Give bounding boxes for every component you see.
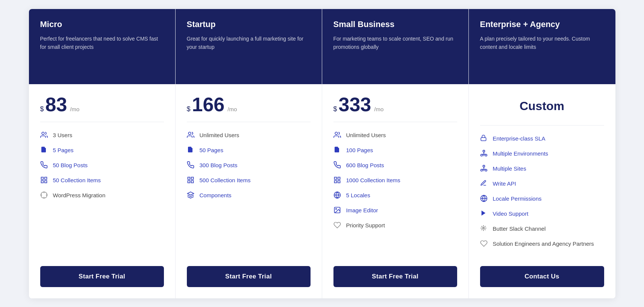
- users-icon: [333, 131, 342, 139]
- list-item: Priority Support: [333, 221, 457, 230]
- card-footer-small-business: Start Free Trial: [322, 259, 468, 298]
- lock-icon: [480, 135, 488, 143]
- cta-button-startup[interactable]: Start Free Trial: [187, 266, 311, 287]
- feature-label: Solution Engineers and Agency Partners: [493, 240, 594, 247]
- svg-rect-14: [338, 177, 340, 179]
- svg-rect-9: [188, 180, 190, 183]
- svg-point-0: [42, 132, 44, 135]
- feature-label: 50 Collection Items: [53, 177, 101, 183]
- svg-rect-1: [41, 177, 43, 179]
- plan-description-startup: Great for quickly launching a full marke…: [187, 35, 311, 51]
- svg-rect-10: [191, 180, 193, 183]
- list-item: Write API: [480, 180, 604, 188]
- card-body-startup: $166/moUnlimited Users50 Pages300 Blog P…: [176, 84, 322, 259]
- list-item: 5 Pages: [40, 146, 164, 154]
- feature-label: 50 Pages: [200, 147, 223, 153]
- engineers-icon: [480, 240, 488, 248]
- list-item: 100 Pages: [333, 146, 457, 154]
- blog-icon: [187, 161, 195, 169]
- feature-label: 500 Collection Items: [200, 177, 251, 183]
- plan-name-enterprise: Enterprise + Agency: [480, 20, 604, 29]
- feature-label: 100 Pages: [346, 147, 373, 153]
- cta-button-micro[interactable]: Start Free Trial: [40, 266, 164, 287]
- card-body-small-business: $333/moUnlimited Users100 Pages600 Blog …: [322, 84, 468, 259]
- svg-rect-8: [191, 177, 193, 179]
- feature-label: 5 Pages: [53, 147, 74, 153]
- video-icon: [480, 210, 488, 218]
- svg-point-20: [335, 208, 336, 209]
- price-custom: Custom: [480, 95, 604, 118]
- list-item: 300 Blog Posts: [187, 161, 311, 169]
- svg-point-25: [480, 154, 482, 156]
- feature-label: Video Support: [493, 210, 529, 217]
- price-row-micro: $83/mo: [40, 95, 164, 114]
- environments-icon: [480, 150, 488, 158]
- svg-rect-4: [44, 180, 47, 183]
- price-amount: 333: [339, 95, 371, 114]
- svg-marker-34: [481, 210, 485, 216]
- svg-marker-11: [187, 192, 194, 195]
- features-list-enterprise: Enterprise-class SLAMultiple Environment…: [480, 135, 604, 248]
- collection-icon: [187, 176, 195, 185]
- feature-label: Priority Support: [346, 222, 385, 228]
- feature-label: 5 Locales: [346, 192, 370, 198]
- price-amount: 83: [45, 95, 67, 114]
- feature-label: Write API: [493, 180, 516, 187]
- card-body-micro: $83/mo3 Users5 Pages50 Blog Posts50 Coll…: [29, 84, 175, 259]
- cta-button-small-business[interactable]: Start Free Trial: [333, 266, 457, 287]
- feature-label: Unlimited Users: [200, 132, 239, 138]
- locale-icon: [333, 191, 342, 200]
- feature-label: Locale Permissions: [493, 195, 542, 202]
- card-header-micro: MicroPerfect for freelancers that need t…: [29, 9, 175, 84]
- svg-point-27: [483, 165, 485, 167]
- feature-label: 50 Blog Posts: [53, 162, 88, 168]
- svg-point-26: [485, 154, 487, 156]
- cta-button-enterprise[interactable]: Contact Us: [480, 266, 604, 287]
- blog-icon: [333, 161, 342, 169]
- card-header-enterprise: Enterprise + AgencyA plan precisely tail…: [469, 9, 615, 84]
- price-section-micro: $83/mo: [40, 95, 164, 122]
- svg-rect-13: [334, 177, 336, 179]
- feature-label: 300 Blog Posts: [200, 162, 238, 168]
- list-item: 3 Users: [40, 131, 164, 139]
- price-period: /mo: [227, 106, 237, 112]
- users-icon: [187, 131, 195, 139]
- svg-rect-2: [44, 177, 47, 179]
- pricing-card-micro: MicroPerfect for freelancers that need t…: [29, 9, 176, 298]
- card-footer-startup: Start Free Trial: [176, 259, 322, 298]
- list-item: Solution Engineers and Agency Partners: [480, 240, 604, 248]
- pages-icon: [333, 146, 342, 154]
- price-symbol: $: [333, 105, 337, 113]
- collection-icon: [333, 176, 342, 185]
- list-item: Multiple Environments: [480, 150, 604, 158]
- price-row-small-business: $333/mo: [333, 95, 457, 114]
- feature-label: Unlimited Users: [346, 132, 386, 138]
- list-item: 50 Collection Items: [40, 176, 164, 185]
- feature-label: 600 Blog Posts: [346, 162, 384, 168]
- image-icon: [333, 206, 342, 215]
- support-icon: [333, 221, 342, 230]
- list-item: Multiple Sites: [480, 165, 604, 173]
- plan-name-micro: Micro: [40, 20, 164, 29]
- feature-label: Enterprise-class SLA: [493, 135, 546, 142]
- pricing-grid: MicroPerfect for freelancers that need t…: [29, 9, 615, 298]
- price-amount: 166: [192, 95, 225, 114]
- svg-rect-7: [188, 177, 190, 179]
- price-symbol: $: [40, 105, 44, 113]
- price-row-startup: $166/mo: [187, 95, 311, 114]
- list-item: Enterprise-class SLA: [480, 135, 604, 143]
- list-item: 500 Collection Items: [187, 176, 311, 185]
- list-item: Unlimited Users: [333, 131, 457, 139]
- feature-label: Multiple Sites: [493, 165, 526, 172]
- blog-icon: [40, 161, 48, 169]
- feature-label: Butter Slack Channel: [493, 225, 546, 232]
- feature-label: Components: [200, 192, 232, 198]
- list-item: 1000 Collection Items: [333, 176, 457, 185]
- list-item: Components: [187, 191, 311, 200]
- svg-point-30: [480, 169, 482, 171]
- pricing-card-startup: StartupGreat for quickly launching a ful…: [176, 9, 322, 298]
- list-item: 50 Blog Posts: [40, 161, 164, 169]
- plan-description-enterprise: A plan precisely tailored to your needs.…: [480, 35, 604, 51]
- feature-label: WordPress Migration: [53, 192, 106, 198]
- locale-perm-icon: [480, 195, 488, 203]
